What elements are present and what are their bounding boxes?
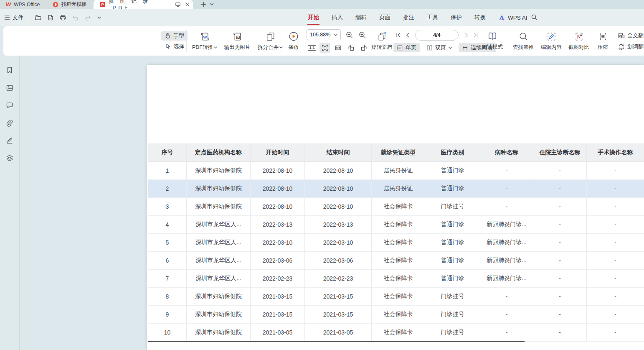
- play-button[interactable]: 播放: [284, 31, 303, 51]
- actual-size-button[interactable]: 1:1: [307, 43, 317, 53]
- table-cell: 门诊挂号: [425, 306, 480, 324]
- read-mode-button[interactable]: 阅读模式: [479, 31, 505, 51]
- zoom-value: 105.88%: [310, 32, 330, 38]
- ribbon-tab-comment[interactable]: 批注: [403, 9, 414, 26]
- edit-content-button[interactable]: 编辑内容: [538, 31, 565, 51]
- zoom-in-icon[interactable]: [357, 30, 367, 39]
- signature-pen-icon[interactable]: [5, 136, 14, 145]
- table-cell: 深圳市妇幼保健院: [187, 306, 251, 324]
- rotate-left-button[interactable]: [345, 43, 356, 53]
- first-page-icon[interactable]: [393, 31, 403, 40]
- table-cell: -: [533, 324, 587, 342]
- table-cell: 2021-03-05: [305, 324, 372, 342]
- full-translate-icon: A文: [618, 32, 625, 39]
- page-indicator-value: 4/4: [433, 32, 440, 38]
- table-cell: 门诊挂号: [425, 324, 480, 342]
- comment-icon[interactable]: [5, 101, 14, 110]
- zoom-level-select[interactable]: 105.88%: [307, 29, 341, 40]
- select-tool-button[interactable]: 选择: [161, 42, 188, 51]
- table-cell: -: [480, 198, 533, 216]
- wps-ai-button[interactable]: WPS AI: [499, 9, 527, 26]
- tab-wps-office[interactable]: W WPS Office: [0, 0, 46, 9]
- quick-access-chevron-icon[interactable]: [97, 16, 101, 19]
- table-cell: 2021-03-15: [305, 306, 372, 324]
- last-page-icon[interactable]: [471, 31, 480, 40]
- previous-page-icon[interactable]: [403, 31, 412, 40]
- table-cell: 居民身份证: [372, 180, 425, 198]
- medical-records-table: 序号定点医药机构名称开始时间结束时间就诊凭证类型医疗类别病种名称住院主诊断名称手…: [148, 143, 644, 342]
- pdf-convert-button[interactable]: W PDF转换: [190, 31, 220, 51]
- ribbon-tab-home[interactable]: 开始: [308, 9, 319, 26]
- find-replace-button[interactable]: 查找替换: [510, 31, 537, 51]
- tab-docer-templates[interactable]: 找稻壳模板: [47, 0, 92, 9]
- hand-tool-button[interactable]: 手型: [161, 31, 188, 41]
- ribbon-tab-protect[interactable]: 保护: [451, 9, 462, 26]
- fit-width-button[interactable]: [332, 43, 343, 53]
- table-cell: 2022-03-06: [251, 252, 305, 270]
- redo-icon[interactable]: [84, 15, 91, 21]
- new-tab-button[interactable]: [199, 0, 208, 9]
- next-page-icon[interactable]: [462, 31, 471, 40]
- bookmark-icon[interactable]: [5, 66, 14, 74]
- layers-icon[interactable]: [5, 154, 14, 162]
- table-cell: 10: [148, 324, 187, 342]
- file-menu-label: 文件: [13, 14, 23, 21]
- file-menu-button[interactable]: 文件: [4, 14, 23, 21]
- double-page-button[interactable]: 双页: [423, 43, 455, 52]
- rotate-document-button[interactable]: 旋转文档: [369, 31, 394, 51]
- document-viewport[interactable]: 序号定点医药机构名称开始时间结束时间就诊凭证类型医疗类别病种名称住院主诊断名称手…: [20, 56, 644, 350]
- table-row: 3深圳市妇幼保健院2022-08-102022-08-10社会保障卡门诊挂号--…: [148, 198, 644, 216]
- table-cell: -: [587, 180, 644, 198]
- docer-icon: [53, 2, 58, 8]
- table-row: 5深圳市龙华区人...2022-03-102022-03-10社会保障卡普通门诊…: [148, 234, 644, 252]
- table-row: 1深圳市妇幼保健院2022-08-102022-08-10居民身份证普通门诊--…: [148, 162, 644, 180]
- open-folder-icon[interactable]: [35, 14, 42, 21]
- divider: [107, 14, 107, 21]
- search-icon[interactable]: [531, 14, 538, 20]
- table-cell: 2022-02-23: [305, 270, 372, 288]
- ribbon-tab-convert[interactable]: 转换: [474, 9, 486, 26]
- word-translate-button[interactable]: A文 划词翻译: [616, 43, 644, 51]
- attachment-icon[interactable]: [5, 119, 14, 127]
- table-cell: -: [533, 252, 587, 270]
- page-indicator[interactable]: 4/4: [415, 30, 459, 41]
- table-row: 4深圳市龙华区人...2022-03-132022-03-13社会保障卡普通门诊…: [148, 216, 644, 234]
- table-cell: 2022-08-10: [305, 198, 372, 216]
- undo-icon[interactable]: [72, 15, 79, 21]
- svg-text:A: A: [619, 33, 621, 37]
- full-translate-button[interactable]: A文 全文翻译: [616, 31, 644, 40]
- divider: [508, 30, 508, 52]
- tab-document-active[interactable]: P 就 医 记 录 .PDF: [94, 0, 193, 9]
- tab-list-chevron-icon[interactable]: [208, 0, 216, 9]
- print-icon[interactable]: [59, 14, 66, 21]
- table-cell: -: [587, 162, 644, 180]
- table-cell: 2022-03-10: [251, 234, 305, 252]
- table-cell: 2022-08-10: [251, 180, 305, 198]
- table-cell: 社会保障卡: [372, 216, 425, 234]
- table-cell: 6: [148, 252, 187, 270]
- screenshot-compare-button[interactable]: 截图对比: [565, 31, 592, 51]
- table-cell: 3: [148, 198, 187, 216]
- monitor-icon[interactable]: [175, 2, 181, 7]
- table-cell: -: [587, 234, 644, 252]
- fit-page-button[interactable]: [319, 43, 330, 53]
- table-cell: -: [480, 306, 533, 324]
- table-row: 8深圳市妇幼保健院2021-03-152021-03-15社会保障卡门诊挂号--…: [148, 288, 644, 306]
- compress-button[interactable]: 压缩: [593, 31, 612, 51]
- table-cell: 深圳市龙华区人...: [187, 252, 251, 270]
- ribbon-tab-insert[interactable]: 插入: [332, 9, 343, 26]
- ribbon-tab-page[interactable]: 页面: [379, 9, 390, 26]
- table-cell: 普通门诊: [425, 216, 480, 234]
- rotate-right-button[interactable]: [358, 43, 369, 53]
- export-image-button[interactable]: 输出为图片: [221, 31, 253, 51]
- zoom-out-icon[interactable]: [345, 30, 354, 39]
- ribbon-tab-edit[interactable]: 编辑: [355, 9, 367, 26]
- table-cell: -: [587, 270, 644, 288]
- save-icon[interactable]: [47, 14, 54, 21]
- single-page-button[interactable]: 单页: [393, 43, 420, 52]
- close-tab-icon[interactable]: [185, 2, 190, 7]
- thumbnail-icon[interactable]: [5, 84, 14, 92]
- ribbon-tab-tools[interactable]: 工具: [427, 9, 438, 26]
- table-header-cell: 病种名称: [480, 143, 533, 162]
- double-page-icon: [426, 45, 433, 51]
